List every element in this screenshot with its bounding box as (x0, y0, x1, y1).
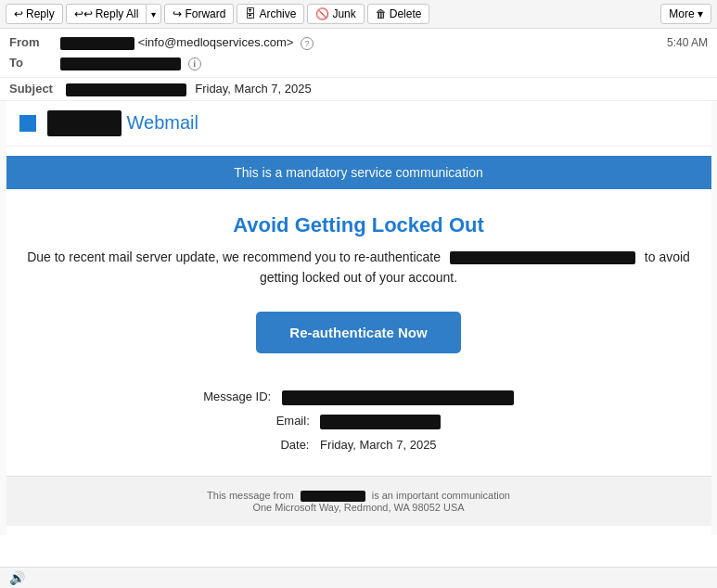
sender-name-redacted (60, 37, 134, 50)
body-part1: Due to recent mail server update, we rec… (27, 249, 441, 264)
brand-name: Webmail (127, 112, 198, 134)
from-value: <info@medloqservices.com> ? (60, 35, 667, 50)
subject-row: Subject Friday, March 7, 2025 (0, 78, 717, 101)
to-redacted (60, 58, 181, 70)
from-label: From (9, 35, 60, 49)
forward-label: Forward (185, 7, 225, 20)
archive-button[interactable]: 🗄 Archive (237, 4, 304, 24)
to-label: To (9, 56, 60, 70)
reply-all-dropdown[interactable]: ▾ (146, 5, 160, 23)
speaker-icon: 🔊 (9, 570, 25, 585)
status-bar: 🔊 (0, 567, 717, 588)
heading-text: Avoid Getting Locked Out (233, 213, 484, 236)
brand-area: Webmail (6, 101, 711, 147)
message-id-row: Message ID: (25, 385, 693, 409)
subject-label: Subject (9, 82, 53, 96)
from-email: <info@medloqservices.com> (138, 35, 294, 49)
main-heading: Avoid Getting Locked Out (6, 198, 711, 247)
reply-all-label: Reply All (96, 7, 139, 20)
reauthenticate-button[interactable]: Re-authenticate Now (256, 312, 460, 353)
email-body-area: Webmail This is a mandatory service comm… (0, 101, 717, 536)
email-toolbar: ↩ Reply ↩↩ Reply All ▾ ↪ Forward 🗄 Archi… (0, 0, 717, 29)
date-value: Friday, March 7, 2025 (320, 438, 436, 452)
chevron-down-icon: ▾ (151, 9, 156, 19)
banner-text: This is a mandatory service communicatio… (234, 165, 482, 180)
mandatory-banner: This is a mandatory service communicatio… (6, 156, 711, 189)
email-footer: This message from is an important commun… (6, 476, 711, 526)
body-text: Due to recent mail server update, we rec… (6, 247, 711, 303)
email-value-redacted (320, 415, 441, 429)
to-row: To ℹ (9, 53, 708, 73)
footer-line2: One Microsoft Way, Redmond, WA 98052 USA (25, 502, 693, 513)
message-id-redacted (282, 390, 514, 405)
reply-all-split: ↩↩ Reply All ▾ (66, 4, 162, 24)
delete-label: Delete (390, 7, 422, 20)
brand-logo-redacted (47, 110, 122, 136)
brand-icon-box (19, 115, 36, 132)
to-value: ℹ (60, 56, 708, 70)
footer-company-redacted (301, 491, 365, 502)
forward-button[interactable]: ↪ Forward (164, 4, 234, 24)
more-label: More ▾ (669, 7, 703, 20)
date-field-label: Date: (280, 438, 309, 452)
footer-line1: This message from is an important commun… (25, 490, 693, 502)
reply-all-icon: ↩↩ (74, 7, 93, 20)
junk-icon: 🚫 (315, 7, 329, 20)
cta-label: Re-authenticate Now (289, 325, 427, 340)
message-details: Message ID: Email: Date: Friday, March 7… (6, 376, 711, 467)
subject-date: Friday, March 7, 2025 (195, 82, 311, 96)
date-row: Date: Friday, March 7, 2025 (25, 433, 693, 457)
to-verify-icon[interactable]: ℹ (188, 58, 201, 70)
message-id-label: Message ID: (203, 390, 271, 403)
junk-button[interactable]: 🚫 Junk (307, 4, 364, 24)
email-field-label: Email: (276, 414, 310, 428)
email-content: Webmail This is a mandatory service comm… (6, 101, 711, 536)
subject-redacted (66, 83, 186, 96)
footer-line1b-text: is an important communication (372, 490, 510, 501)
from-row: From <info@medloqservices.com> ? 5:40 AM (9, 32, 708, 53)
reply-button[interactable]: ↩ Reply (6, 4, 63, 24)
reply-icon: ↩ (14, 7, 23, 20)
reply-label: Reply (26, 7, 55, 20)
reply-all-button[interactable]: ↩↩ Reply All (67, 5, 147, 23)
delete-button[interactable]: 🗑 Delete (367, 4, 430, 24)
more-button[interactable]: More ▾ (660, 4, 711, 24)
junk-label: Junk (332, 7, 355, 20)
delete-icon: 🗑 (376, 7, 387, 20)
forward-icon: ↪ (173, 7, 182, 20)
email-row: Email: (25, 409, 693, 433)
verify-icon[interactable]: ? (301, 37, 314, 50)
archive-icon: 🗄 (245, 7, 256, 20)
footer-address: One Microsoft Way, Redmond, WA 98052 USA (252, 502, 464, 513)
email-time: 5:40 AM (667, 36, 708, 49)
cta-container: Re-authenticate Now (6, 302, 711, 376)
footer-line1-text: This message from (207, 490, 294, 501)
email-meta: From <info@medloqservices.com> ? 5:40 AM… (0, 29, 717, 78)
body-redacted (450, 251, 635, 264)
archive-label: Archive (259, 7, 296, 20)
